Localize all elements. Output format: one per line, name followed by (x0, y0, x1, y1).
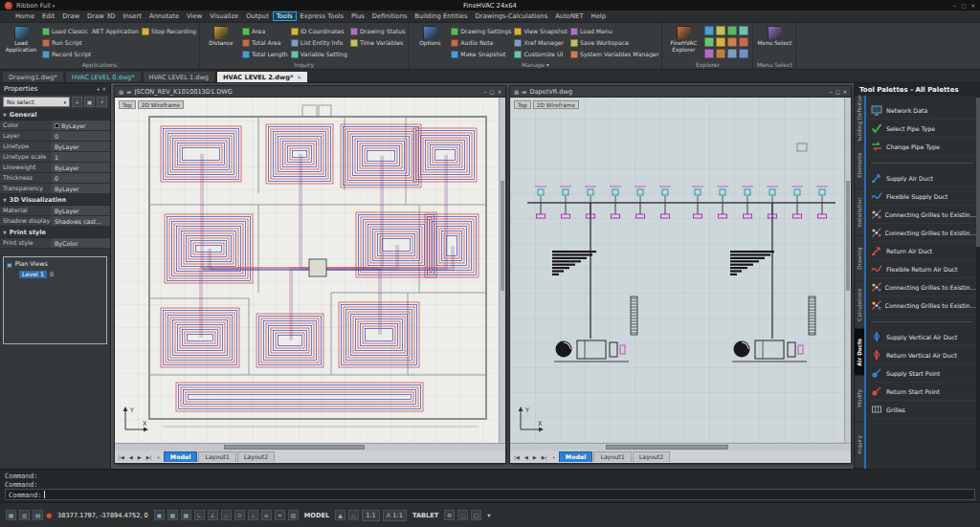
dynamic-input-icon[interactable]: ≡ (261, 510, 272, 520)
ribbon-item-drawing-status[interactable]: Drawing Status (350, 26, 405, 36)
explorer-tool-icon[interactable] (704, 26, 714, 35)
autohide-pin-icon[interactable]: ◂ (97, 86, 100, 92)
ribbon-item-audio-note[interactable]: Audio Note (451, 37, 511, 48)
palette-tool-flexible-supply-duct[interactable]: Flexible Supply Duct (869, 187, 979, 206)
ribbon-item-time-variables[interactable]: Time Variables (350, 37, 405, 48)
command-line-panel[interactable]: Command: Command: Command: (0, 469, 980, 502)
viewport-scale-control[interactable]: 1:1 (362, 510, 380, 521)
layout-tab-layout2[interactable]: Layout2 (633, 451, 670, 462)
menu-express-tools[interactable]: Express Tools (297, 11, 347, 21)
dynamic-ucs-icon[interactable]: ⊥ (248, 510, 258, 520)
ribbon-button-menu-select[interactable]: Menu Select (756, 24, 792, 60)
palette-tool-return-start-point[interactable]: Return Start Point (869, 383, 979, 401)
palette-tab-modify[interactable]: Modify (855, 376, 864, 423)
minimize-button[interactable]: ─ (953, 3, 956, 9)
object-tracking-icon[interactable]: ⊙ (234, 510, 245, 520)
menu-drawings-calculations[interactable]: Drawings-Calculations (472, 11, 552, 21)
ribbon-button-load-application[interactable]: Load Application (3, 24, 39, 60)
layout-tab-layout2[interactable]: Layout2 (237, 451, 275, 462)
tablet-toggle[interactable]: TABLET (412, 512, 438, 519)
panel-close-icon[interactable]: ✕ (101, 86, 106, 92)
polar-tracking-icon[interactable]: ∠ (208, 510, 218, 520)
workspace-switch-icon[interactable]: ⚙ (444, 510, 455, 520)
viewport-control[interactable]: Top (514, 100, 531, 109)
ribbon-button-options[interactable]: Options (412, 24, 448, 60)
quick-view-icon[interactable]: ▤ (33, 510, 43, 520)
ribbon-item-stop-recording[interactable]: Stop Recording (142, 26, 196, 36)
ribbon-item-customize-ui[interactable]: Customize UI (514, 49, 568, 59)
ribbon-item-drawing-settings[interactable]: Drawing Settings (451, 26, 511, 36)
plan-views-root[interactable]: ▣ Plan Views (7, 260, 103, 268)
palette-tool-supply-vertical-air-duct[interactable]: Supply Vertical Air Duct (869, 328, 979, 346)
palette-tool-return-air-duct[interactable]: Return Air Duct (869, 242, 979, 260)
window-close-button[interactable]: ✕ (843, 89, 847, 95)
window-minimize-button[interactable]: ─ (830, 89, 833, 95)
palette-tab-installation[interactable]: Installation (855, 189, 864, 236)
last-layout-icon[interactable]: ▶| (145, 454, 154, 460)
palette-tool-flexible-return-air-duct[interactable]: Flexible Return Air Duct (869, 260, 979, 278)
property-row-linetype[interactable]: LinetypeByLayer (0, 142, 110, 152)
window-titlebar[interactable]: ▦ ▬ JSCON_REV_K1010013D1.DWG ─ □ ✕ (115, 86, 505, 98)
explorer-tool-icon[interactable] (739, 37, 748, 47)
horizontal-scrollbar[interactable] (115, 443, 505, 450)
floorplan-canvas[interactable]: Top 2D Wireframe Y X (115, 98, 505, 443)
document-tab-drawing1-dwg[interactable]: Drawing1.dwg* (2, 71, 64, 82)
window-menu-icon[interactable]: ▦ (514, 89, 519, 95)
explorer-tool-icon[interactable] (727, 37, 737, 47)
status-menu-chevron-icon[interactable]: ▾ (487, 512, 490, 519)
horizontal-scrollbar[interactable] (510, 443, 851, 450)
first-layout-icon[interactable]: |◀ (512, 454, 522, 460)
workspace-selector[interactable]: Ribbon Full (16, 2, 51, 10)
palette-tab-building-definition[interactable]: Building Definition (855, 96, 864, 143)
palette-tab-calculations[interactable]: Calculations (855, 282, 864, 329)
ortho-icon[interactable]: ∟ (194, 510, 205, 520)
lineweight-icon[interactable]: ═ (275, 510, 285, 520)
palette-tool-network-data[interactable]: Network Data (869, 101, 979, 120)
property-row-shadow-display[interactable]: Shadow displayShadows cast... (0, 216, 110, 227)
palette-tool-grilles[interactable]: Grilles (869, 401, 979, 419)
property-row-thickness[interactable]: Thickness0 (0, 173, 110, 184)
ribbon-item-total-area[interactable]: Total Area (242, 37, 288, 48)
layout-tab-model[interactable]: Model (164, 451, 198, 462)
grid-icon[interactable]: ▦ (181, 510, 191, 520)
palette-tool-connecting-grilles-to-existing-duct[interactable]: Connecting Grilles to Existing Duct (869, 296, 979, 315)
explorer-tool-icon[interactable] (716, 49, 725, 58)
vertical-scrollbar[interactable] (499, 98, 505, 443)
next-layout-icon[interactable]: ▶ (136, 454, 144, 460)
coordinates-icon[interactable]: ● (46, 512, 52, 519)
window-restore-button[interactable]: □ (490, 89, 495, 95)
menu-home[interactable]: Home (11, 11, 38, 21)
menu-building-entities[interactable]: Building Entities (411, 11, 471, 21)
property-row-print-style[interactable]: Print styleByColor (0, 238, 110, 249)
close-tab-icon[interactable]: ✕ (297, 75, 301, 80)
quick-select-icon[interactable]: ⚡ (97, 97, 107, 107)
clean-screen-icon[interactable]: □ (471, 510, 481, 520)
ribbon-button-distance[interactable]: Distance (203, 24, 239, 60)
ribbon-item-record-script[interactable]: Record Script (42, 49, 139, 59)
toggle-pickadd-icon[interactable]: + (72, 97, 82, 107)
explorer-tool-icon[interactable] (704, 37, 714, 47)
new-layout-icon[interactable]: + (155, 454, 163, 460)
transparency-icon[interactable]: ▨ (288, 510, 299, 520)
section-header-3d-visualization[interactable]: ▼3D Visualization (0, 194, 110, 206)
ribbon-item-load-classic-net-application[interactable]: Load Classic .NET Application (42, 26, 139, 36)
model-space-icon[interactable]: ▦ (6, 510, 16, 520)
palette-tool-supply-air-duct[interactable]: Supply Air Duct (869, 169, 979, 187)
first-layout-icon[interactable]: |◀ (117, 454, 126, 460)
snap-icon[interactable]: ▩ (167, 510, 178, 520)
last-layout-icon[interactable]: ▶| (540, 454, 549, 460)
restore-button[interactable]: □ (961, 3, 966, 9)
ribbon-item-area[interactable]: Area (242, 26, 288, 36)
palette-tab-air-ducts[interactable]: Air Ducts (855, 329, 864, 376)
vertical-scrollbar[interactable] (844, 98, 851, 443)
menu-help[interactable]: Help (588, 11, 611, 21)
ribbon-button-finehvac-explorer[interactable]: FineHVAC Explorer (665, 24, 702, 60)
menu-view[interactable]: View (183, 11, 206, 21)
visual-style-control[interactable]: 2D Wireframe (533, 100, 579, 109)
explorer-tool-icon[interactable] (727, 49, 737, 58)
menu-edit[interactable]: Edit (38, 11, 58, 21)
property-row-layer[interactable]: Layer0 (0, 131, 110, 142)
new-layout-icon[interactable]: + (550, 454, 558, 460)
ductwork-canvas[interactable]: Top 2D Wireframe Y X (510, 98, 851, 443)
layout-tab-model[interactable]: Model (559, 451, 593, 462)
